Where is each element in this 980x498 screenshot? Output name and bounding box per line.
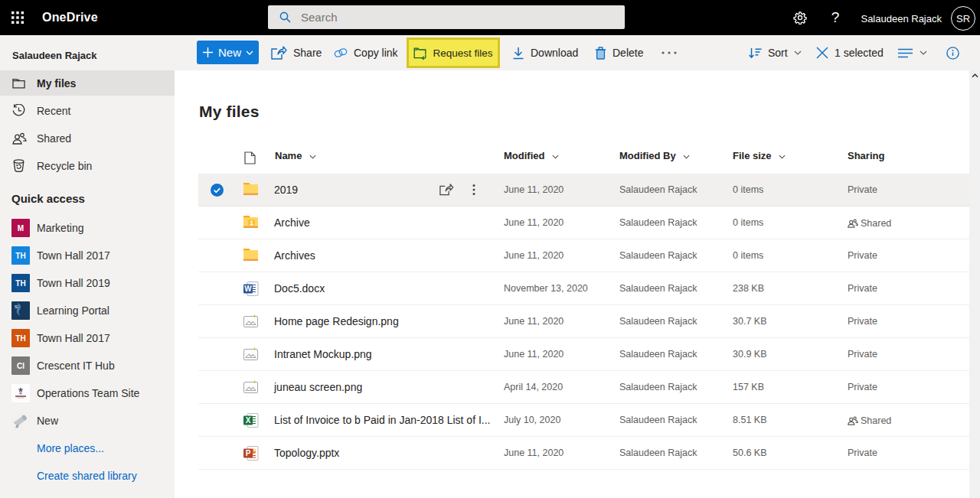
svg-text:S: S — [15, 304, 18, 309]
svg-text:W: W — [244, 285, 252, 293]
svg-text:X: X — [246, 416, 251, 425]
svg-text:P: P — [246, 449, 251, 457]
